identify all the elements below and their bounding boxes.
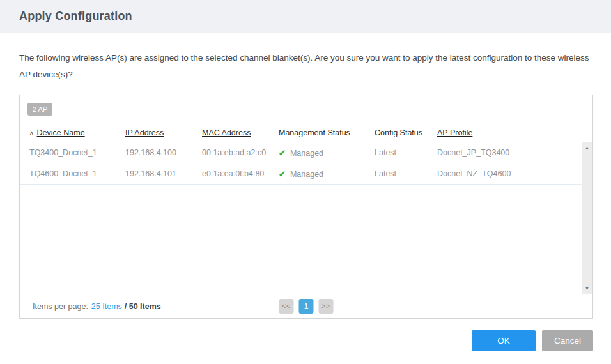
- cell-ip-address: 192.168.4.101: [125, 169, 202, 178]
- column-header-management-status: Management Status: [279, 128, 375, 137]
- cancel-button[interactable]: Cancel: [542, 330, 593, 351]
- total-items-label: / 50 Items: [125, 302, 161, 311]
- cell-ap-profile: Docnet_JP_TQ3400: [437, 148, 572, 157]
- items-per-page-link[interactable]: 25 Items: [91, 302, 122, 311]
- page-title: Apply Configuration: [19, 10, 132, 23]
- ap-count-badge: 2 AP: [27, 103, 52, 116]
- scroll-up-icon[interactable]: ▲: [582, 142, 592, 153]
- scroll-down-icon[interactable]: ▼: [582, 283, 592, 294]
- cell-management-status: ✔Managed: [279, 148, 375, 158]
- ok-button[interactable]: OK: [472, 330, 536, 351]
- vertical-scrollbar[interactable]: ▲ ▼: [582, 142, 592, 294]
- current-page-button[interactable]: 1: [299, 299, 314, 314]
- ap-table-panel: 2 AP ∧Device Name IP Address MAC Address…: [19, 95, 593, 319]
- cell-device-name: TQ3400_Docnet_1: [29, 148, 125, 157]
- confirmation-message: The following wireless AP(s) are assigne…: [19, 50, 592, 83]
- dialog-header: Apply Configuration: [0, 0, 611, 33]
- sort-ascending-icon: ∧: [29, 130, 34, 136]
- table-badge-row: 2 AP: [20, 95, 592, 123]
- previous-page-button[interactable]: <<: [279, 299, 294, 314]
- pagination-bar: Items per page: 25 Items / 50 Items << 1…: [20, 294, 592, 318]
- table-header-row: ∧Device Name IP Address MAC Address Mana…: [20, 123, 592, 142]
- managed-check-icon: ✔: [279, 169, 286, 179]
- table-row[interactable]: TQ4600_Docnet_1 192.168.4.101 e0:1a:ea:0…: [20, 163, 582, 185]
- cell-device-name: TQ4600_Docnet_1: [29, 169, 125, 178]
- cell-management-status: ✔Managed: [279, 169, 375, 179]
- cell-ap-profile: Docnet_NZ_TQ4600: [437, 169, 572, 178]
- cell-config-status: Latest: [375, 169, 437, 178]
- pager-buttons: << 1 >>: [279, 299, 334, 314]
- column-header-config-status: Config Status: [375, 128, 437, 137]
- table-body: TQ3400_Docnet_1 192.168.4.100 00:1a:eb:a…: [20, 142, 592, 294]
- dialog-footer: OK Cancel: [0, 330, 593, 351]
- next-page-button[interactable]: >>: [319, 299, 334, 314]
- cell-ip-address: 192.168.4.100: [125, 148, 202, 157]
- column-header-ap-profile[interactable]: AP Profile: [437, 128, 583, 137]
- cell-mac-address: 00:1a:eb:ad:a2:c0: [202, 148, 279, 157]
- column-header-mac-address[interactable]: MAC Address: [202, 128, 279, 137]
- column-header-device-name[interactable]: ∧Device Name: [29, 128, 125, 137]
- managed-check-icon: ✔: [279, 148, 286, 158]
- cell-mac-address: e0:1a:ea:0f:b4:80: [202, 169, 279, 178]
- table-row[interactable]: TQ3400_Docnet_1 192.168.4.100 00:1a:eb:a…: [20, 142, 582, 163]
- items-per-page-label: Items per page:: [33, 302, 88, 311]
- cell-config-status: Latest: [375, 148, 437, 157]
- column-header-ip-address[interactable]: IP Address: [125, 128, 202, 137]
